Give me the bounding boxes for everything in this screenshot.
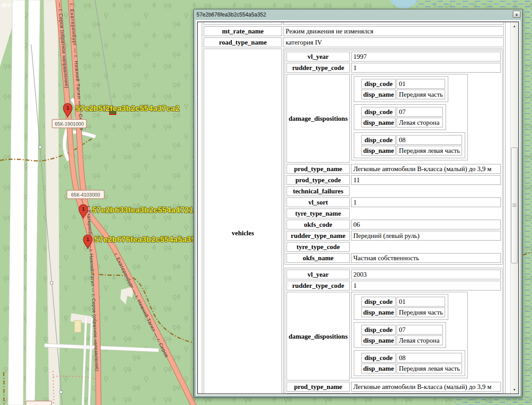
field-value: 11 xyxy=(351,393,501,393)
field-key: prod_type_name xyxy=(286,382,350,392)
field-key: rudder_type_code xyxy=(286,281,350,290)
field-value: 01 xyxy=(397,79,445,89)
field-key: disp_name xyxy=(361,118,396,127)
field-value xyxy=(283,22,504,25)
disposition-table: disp_code08disp_nameПередняя левая часть xyxy=(354,350,465,376)
field-key: disp_code xyxy=(361,135,396,145)
attributes-window: 57e2b676fea3b2c554a5a352 x mt_rate_nameР… xyxy=(193,9,523,398)
marker-number: 1 xyxy=(66,105,69,110)
table-row: disp_nameЛевая сторона xyxy=(361,118,443,127)
scroll-up-button[interactable]: ▲ xyxy=(511,22,518,30)
marker-number: 1 xyxy=(82,206,85,212)
thumb-grip-icon xyxy=(512,204,516,207)
field-key: disp_name xyxy=(361,307,396,317)
table-row: vl_year1997 xyxy=(286,52,501,61)
table-row: disp_code07 xyxy=(361,325,443,335)
field-value: Передняя левая часть xyxy=(397,146,462,155)
table-row: disp_nameЛевая сторона xyxy=(361,335,443,345)
vehicles-group: vl_year1997rudder_type_code1damage_dispo… xyxy=(283,49,504,393)
field-value: 1 xyxy=(351,63,501,73)
screen: — г. Серов (обратное направление) г. Ека… xyxy=(0,0,532,405)
table-row: rudder_type_code1 xyxy=(286,63,501,73)
field-value: 11 xyxy=(351,175,501,185)
damage-dispositions-group: disp_code01disp_nameПередняя частьdisp_c… xyxy=(351,74,468,160)
field-key: prod_type_code xyxy=(286,175,350,185)
field-key: technical_failures xyxy=(286,186,350,196)
object-id-label[interactable]: 57e2b676fea3b2c554a5a352 xyxy=(94,235,200,244)
attribute-scrollpane: mt_rate_nameРежим движения не изменялсяr… xyxy=(197,21,519,394)
field-key: prod_type_name xyxy=(286,164,350,174)
field-key xyxy=(204,22,282,25)
damage-dispositions-group: disp_code01disp_nameПередняя частьdisp_c… xyxy=(351,292,468,378)
vehicle-table: vl_year1997rudder_type_code1damage_dispo… xyxy=(285,50,503,265)
table-row: disp_code01 xyxy=(361,79,445,89)
map-attribution: -BY-SA xyxy=(0,2,20,8)
field-value: Частная собственность xyxy=(351,253,501,263)
table-row: rudder_type_nameПередний (левый руль) xyxy=(286,231,501,241)
table-row xyxy=(204,22,504,25)
field-key: road_type_name xyxy=(204,37,282,47)
field-value: 01 xyxy=(397,297,445,307)
table-row: vl_year2003 xyxy=(286,270,501,279)
table-row: prod_type_code11 xyxy=(286,175,501,185)
road-shield-partial xyxy=(26,401,52,405)
field-value: Передняя часть xyxy=(397,307,445,317)
field-value: Левая сторона xyxy=(397,118,443,127)
field-key: mt_rate_name xyxy=(204,26,282,36)
scrollbar-thumb[interactable] xyxy=(511,147,518,263)
vehicle-table: vl_year2003rudder_type_code1damage_dispo… xyxy=(285,268,503,393)
window-content: mt_rate_nameРежим движения не изменялсяr… xyxy=(196,20,520,396)
field-key: rudder_type_name xyxy=(286,231,350,241)
attribute-table: mt_rate_nameРежим движения не изменялсяr… xyxy=(202,22,506,393)
table-row: vl_sort1 xyxy=(286,197,501,207)
field-key: okfs_code xyxy=(286,220,350,229)
disposition-table: disp_code01disp_nameПередняя часть xyxy=(354,76,448,102)
table-row: prod_type_nameЛегковые автомобили В-клас… xyxy=(286,164,501,174)
object-id-label[interactable]: 57e2b633fea3b2c554a47210 xyxy=(92,206,198,214)
road-shield: 65К-1901000 xyxy=(52,119,86,128)
table-row: prod_type_nameЛегковые автомобили В-клас… xyxy=(286,382,501,392)
field-value: 1 xyxy=(351,197,501,207)
close-button[interactable]: x xyxy=(513,11,520,18)
field-value: Передний (левый руль) xyxy=(351,231,501,241)
field-key: disp_name xyxy=(361,335,396,345)
scroll-down-button[interactable]: ▼ xyxy=(511,386,518,393)
field-key: rudder_type_code xyxy=(286,63,350,73)
field-key: disp_name xyxy=(361,146,396,155)
window-titlebar[interactable]: 57e2b676fea3b2c554a5a352 x xyxy=(194,9,522,20)
field-key: vl_sort xyxy=(286,197,350,207)
field-key: disp_name xyxy=(361,90,396,99)
svg-text:65К-4103000: 65К-4103000 xyxy=(71,192,100,197)
disposition-table: disp_code08disp_nameПередняя левая часть xyxy=(354,132,465,158)
field-value: Легковые автомобили В-класса (малый) до … xyxy=(351,382,501,392)
field-value: 07 xyxy=(397,325,443,335)
table-row: disp_code07 xyxy=(361,107,443,117)
table-row: disp_nameПередняя часть xyxy=(361,90,445,99)
field-key: vl_year xyxy=(286,52,350,61)
field-value: 08 xyxy=(397,353,462,363)
table-row: disp_code08 xyxy=(361,353,462,363)
field-key: damage_dispositions xyxy=(286,292,350,380)
window-title: 57e2b676fea3b2c554a5a352 xyxy=(196,12,266,18)
table-row: rudder_type_code1 xyxy=(286,281,501,290)
field-key: vl_year xyxy=(286,270,350,279)
field-key: disp_code xyxy=(361,79,396,89)
table-row: mt_rate_nameРежим движения не изменялся xyxy=(204,26,504,36)
scrollbar-track[interactable] xyxy=(511,30,518,386)
vertical-scrollbar[interactable]: ▲ ▼ xyxy=(510,22,518,393)
field-value: Передняя левая часть xyxy=(397,364,462,373)
field-key: disp_code xyxy=(361,325,396,335)
table-row: tyre_type_name xyxy=(286,209,501,218)
table-row: damage_dispositionsdisp_code01disp_nameП… xyxy=(286,74,501,163)
field-key: disp_code xyxy=(361,107,396,117)
attribute-table-root: mt_rate_nameРежим движения не изменялсяr… xyxy=(202,22,506,393)
table-row: disp_nameПередняя левая часть xyxy=(361,146,462,155)
field-value: Левая сторона xyxy=(397,335,443,345)
object-id-label[interactable]: 57e2b5f2fea3b2c554a37ca2 xyxy=(76,104,180,113)
field-key: disp_code xyxy=(361,353,396,363)
table-row: prod_type_code11 xyxy=(286,393,501,393)
table-row: disp_code08 xyxy=(361,135,462,145)
field-key: tyre_type_code xyxy=(286,242,350,252)
table-row: disp_code01 xyxy=(361,297,445,307)
field-value: категория IV xyxy=(283,37,504,47)
